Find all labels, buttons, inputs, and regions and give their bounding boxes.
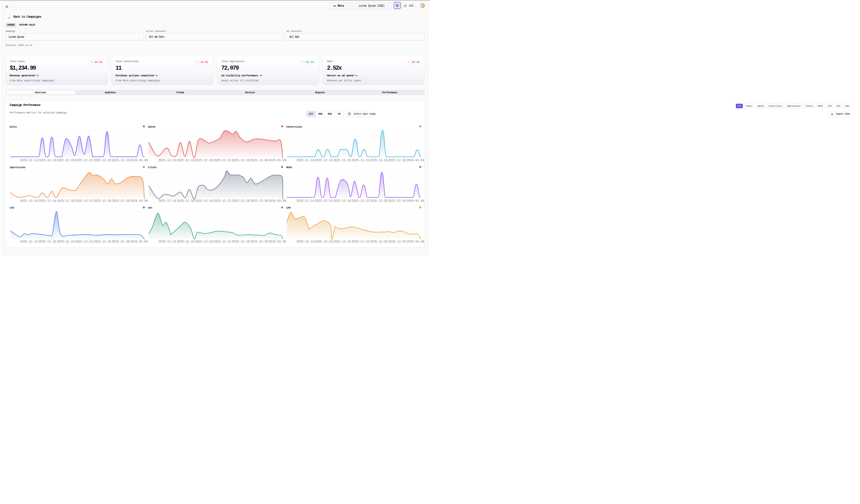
svg-text:2025-12-22: 2025-12-22 [352, 240, 369, 244]
svg-text:2025-12-26: 2025-12-26 [93, 240, 111, 244]
svg-text:2026-01-06: 2026-01-06 [268, 159, 286, 162]
svg-text:2025-12-30: 2025-12-30 [388, 200, 406, 203]
svg-text:2025-12-16: 2025-12-16 [176, 240, 194, 244]
svg-text:2025-12-30: 2025-12-30 [112, 240, 129, 244]
svg-text:2025-12-14: 2025-12-14 [296, 200, 314, 203]
svg-text:2025-12-22: 2025-12-22 [213, 159, 231, 162]
svg-text:2025-12-30: 2025-12-30 [112, 159, 129, 162]
svg-text:2025-12-16: 2025-12-16 [38, 240, 56, 244]
svg-text:2025-12-14: 2025-12-14 [158, 200, 176, 203]
svg-text:2025-12-30: 2025-12-30 [250, 159, 268, 162]
svg-text:2025-12-18: 2025-12-18 [57, 240, 74, 244]
svg-text:2026-01-06: 2026-01-06 [268, 240, 286, 244]
svg-text:2025-12-26: 2025-12-26 [232, 200, 249, 203]
svg-text:2025-12-18: 2025-12-18 [195, 200, 213, 203]
svg-text:2025-12-22: 2025-12-22 [352, 200, 369, 203]
svg-text:2025-12-22: 2025-12-22 [75, 240, 92, 244]
svg-text:2025-12-18: 2025-12-18 [195, 159, 213, 162]
svg-text:2025-12-16: 2025-12-16 [315, 159, 332, 162]
svg-text:2025-12-26: 2025-12-26 [93, 159, 111, 162]
svg-text:2025-12-18: 2025-12-18 [333, 159, 351, 162]
svg-text:2025-12-18: 2025-12-18 [195, 240, 213, 244]
svg-text:2025-12-22: 2025-12-22 [213, 200, 231, 203]
svg-text:2025-12-22: 2025-12-22 [75, 200, 92, 203]
svg-text:2025-12-14: 2025-12-14 [296, 159, 314, 162]
svg-text:2026-01-06: 2026-01-06 [130, 159, 148, 162]
svg-text:2025-12-14: 2025-12-14 [158, 159, 176, 162]
svg-text:2025-12-14: 2025-12-14 [296, 240, 314, 244]
svg-text:2026-01-06: 2026-01-06 [130, 240, 148, 244]
svg-text:2025-12-16: 2025-12-16 [38, 200, 56, 203]
svg-text:2025-12-26: 2025-12-26 [93, 200, 111, 203]
svg-text:2026-01-06: 2026-01-06 [406, 200, 424, 203]
svg-text:2025-12-22: 2025-12-22 [352, 159, 369, 162]
svg-text:2026-01-06: 2026-01-06 [406, 240, 424, 244]
svg-text:2025-12-14: 2025-12-14 [20, 200, 38, 203]
svg-text:2025-12-30: 2025-12-30 [388, 240, 406, 244]
svg-text:2025-12-22: 2025-12-22 [213, 240, 231, 244]
svg-text:2025-12-30: 2025-12-30 [250, 240, 268, 244]
svg-text:2025-12-18: 2025-12-18 [57, 159, 74, 162]
svg-text:2026-01-06: 2026-01-06 [406, 159, 424, 162]
svg-text:2025-12-16: 2025-12-16 [176, 200, 194, 203]
svg-text:2025-12-16: 2025-12-16 [176, 159, 194, 162]
svg-text:2026-01-06: 2026-01-06 [130, 200, 148, 203]
svg-text:2025-12-14: 2025-12-14 [158, 240, 176, 244]
svg-text:2025-12-18: 2025-12-18 [333, 240, 351, 244]
svg-text:2026-01-06: 2026-01-06 [268, 200, 286, 203]
svg-text:2025-12-30: 2025-12-30 [388, 159, 406, 162]
svg-text:2025-12-22: 2025-12-22 [75, 159, 92, 162]
svg-text:2025-12-26: 2025-12-26 [370, 159, 388, 162]
svg-text:2025-12-18: 2025-12-18 [57, 200, 74, 203]
svg-text:2025-12-14: 2025-12-14 [20, 240, 38, 244]
svg-text:2025-12-30: 2025-12-30 [250, 200, 268, 203]
svg-text:2025-12-30: 2025-12-30 [112, 200, 129, 203]
svg-text:2025-12-14: 2025-12-14 [20, 159, 38, 162]
svg-text:2025-12-26: 2025-12-26 [232, 159, 249, 162]
svg-text:2025-12-18: 2025-12-18 [333, 200, 351, 203]
svg-text:2025-12-16: 2025-12-16 [38, 159, 56, 162]
svg-text:2025-12-26: 2025-12-26 [370, 200, 388, 203]
svg-text:2025-12-16: 2025-12-16 [315, 240, 332, 244]
svg-text:2025-12-26: 2025-12-26 [370, 240, 388, 244]
svg-text:2025-12-26: 2025-12-26 [232, 240, 249, 244]
svg-text:2025-12-16: 2025-12-16 [315, 200, 332, 203]
